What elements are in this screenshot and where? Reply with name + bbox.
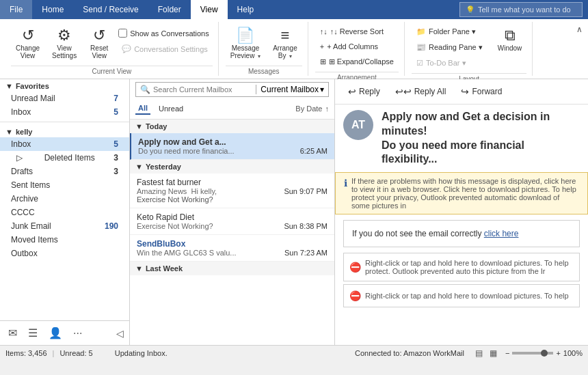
tab-file[interactable]: File [0,0,32,19]
sidebar-deleted-count: 3 [113,153,118,163]
message-item-2[interactable]: Fastest fat burner Amazing News Hi kelly… [130,173,334,208]
window-button[interactable]: ⧉ Window [493,25,527,55]
sidebar-collapse-icon[interactable]: ◁ [116,328,124,339]
search-bar[interactable]: 🔍 Current Mailbox ▾ [135,82,329,97]
message-items: ▼ Today Apply now and Get a... Do you ne… [130,120,334,345]
message-preview-icon: 📄 [236,28,254,43]
sidebar-inbox-count: 5 [113,139,118,149]
mail-icon[interactable]: ✉ [5,325,20,341]
sidebar-item-junk-email[interactable]: Junk Email 190 [0,219,129,233]
reply-label: Reply [359,87,380,96]
message-item-1[interactable]: Apply now and Get a... Do you need more … [130,133,334,160]
reply-button[interactable]: ↩ Reply [343,83,385,100]
sidebar-drafts-count: 3 [113,167,118,176]
change-view-icon: ↺ [22,28,34,43]
change-view-button[interactable]: ↺ ChangeView [11,25,44,63]
account-header[interactable]: ▼ kelly [0,125,129,137]
sidebar-moved-label: Moved Items [11,235,58,245]
arrange-by-icon: ≡ [281,28,290,43]
forward-label: Forward [472,87,502,96]
reading-header: ↩ Reply ↩↩ Reply All ↪ Forward [335,79,588,105]
reverse-sort-label: ↑↓ Reverse Sort [330,27,384,36]
message-item-4[interactable]: SendBluBox Win the AMG GLC63 S valu... S… [130,235,334,262]
calendar-icon[interactable]: ☰ [25,325,40,341]
message-preview-button[interactable]: 📄 MessagePreview ▾ [226,25,265,63]
favorites-header[interactable]: ▼ Favorites [0,79,129,92]
sidebar-item-sent-items[interactable]: Sent Items [0,178,129,192]
image-placeholder-2: ⛔ Right-click or tap and hold here to do… [343,284,580,307]
last-week-triangle: ▼ [135,264,143,273]
favorites-label: Favorites [16,82,49,90]
tab-folder[interactable]: Folder [148,0,191,19]
sidebar-bottom-toolbar: ✉ ☰ 👤 ··· ◁ [0,320,129,345]
sidebar-outbox-label: Outbox [11,249,38,258]
todo-bar-button[interactable]: ☑ To-Do Bar ▾ [412,56,487,70]
sidebar-item-moved-items[interactable]: Moved Items [0,233,129,247]
list-view-btn[interactable]: ▤ [472,347,485,359]
sidebar-item-favorites-inbox[interactable]: Inbox 5 [0,105,129,119]
items-count: Items: 3,456 [5,349,47,357]
show-as-conversations-input[interactable] [118,29,127,38]
view-settings-button[interactable]: ⚙ ViewSettings [47,25,81,63]
sort-control[interactable]: By Date ↑ [295,105,329,113]
sidebar-item-cccc[interactable]: CCCC [0,206,129,219]
ribbon-collapse[interactable]: ∧ [576,22,583,76]
filter-all[interactable]: All [135,102,150,115]
show-as-conversations-checkbox[interactable]: Show as Conversations [117,27,213,39]
change-view-label: ChangeView [16,44,40,59]
add-columns-button[interactable]: + + Add Columns [315,40,383,53]
tab-help[interactable]: Help [228,0,264,19]
message-1-preview: Do you need more financia... 6:25 AM [138,147,328,155]
reading-pane-label: Reading Pane ▾ [429,43,483,52]
sidebar-item-deleted-items[interactable]: ▷ Deleted Items 3 [0,151,129,165]
updating-status: Updating Inbox. [115,349,168,357]
view-buttons: ▤ ▦ [472,347,500,359]
sidebar-unread-mail-count: 7 [113,94,118,103]
reverse-sort-button[interactable]: ↑↓ ↑↓ Reverse Sort [315,25,388,38]
message-1-time: 6:25 AM [300,147,328,155]
arrange-by-button[interactable]: ≡ ArrangeBy ▾ [268,25,302,63]
todo-bar-label: To-Do Bar ▾ [426,59,466,68]
message-list: 🔍 Current Mailbox ▾ All Unread By Date ↑… [130,79,335,345]
compact-view-btn[interactable]: ▦ [487,347,500,359]
reading-pane-button[interactable]: 📰 Reading Pane ▾ [412,40,487,55]
tab-home[interactable]: Home [32,0,73,19]
tab-view[interactable]: View [191,0,228,19]
folder-pane-button[interactable]: 📁 Folder Pane ▾ [412,25,487,39]
search-scope-dropdown[interactable]: Current Mailbox ▾ [256,85,324,94]
reply-all-button[interactable]: ↩↩ Reply All [390,83,451,100]
email-body-link[interactable]: click here [484,229,519,238]
sidebar-item-outbox[interactable]: Outbox [0,247,129,260]
more-apps-icon[interactable]: ··· [70,326,85,341]
reset-view-icon: ↺ [93,28,105,43]
zoom-out-icon[interactable]: − [505,349,509,357]
sidebar-item-drafts[interactable]: Drafts 3 [0,165,129,178]
message-item-3[interactable]: Keto Rapid Diet Exercise Not Working? Su… [130,208,334,235]
expand-collapse-button[interactable]: ⊞ ⊞ Expand/Collapse [315,55,399,69]
view-settings-icon: ⚙ [57,28,71,43]
reset-view-button[interactable]: ↺ ResetView [84,25,114,63]
connection-status: Connected to: Amazon WorkMail [355,349,464,357]
reverse-sort-icon: ↑↓ [320,27,328,36]
forward-button[interactable]: ↪ Forward [456,83,507,100]
sidebar-item-unread-mail[interactable]: Unread Mail 7 [0,92,129,105]
info-banner: ℹ If there are problems with how this me… [335,172,588,214]
zoom-in-icon[interactable]: + [556,349,560,357]
filter-unread[interactable]: Unread [156,103,186,114]
conversation-settings-button[interactable]: 💬 Conversation Settings [117,42,213,56]
ribbon-search-box[interactable]: 💡 Tell me what you want to do [459,2,583,17]
people-icon[interactable]: 👤 [46,325,65,341]
last-week-label: Last Week [146,264,183,273]
search-scope-label: Current Mailbox [260,85,319,94]
tab-send-receive[interactable]: Send / Receive [73,0,148,19]
email-subject-block: Apply now and Get a decision in minutes!… [382,110,580,167]
show-as-conversations-label: Show as Conversations [130,29,209,38]
ribbon-tabs: File Home Send / Receive Folder View Hel… [0,0,588,19]
sidebar-item-archive[interactable]: Archive [0,192,129,206]
sidebar-item-inbox[interactable]: Inbox 5 [0,137,129,151]
ribbon-collapse-icon[interactable]: ∧ [576,25,583,34]
zoom-slider[interactable] [512,352,553,355]
main-area: ▼ Favorites Unread Mail 7 Inbox 5 ▼ kell… [0,79,588,345]
message-2-preview-text: Amazing News Hi kelly, [137,187,278,195]
search-input[interactable] [153,85,256,94]
